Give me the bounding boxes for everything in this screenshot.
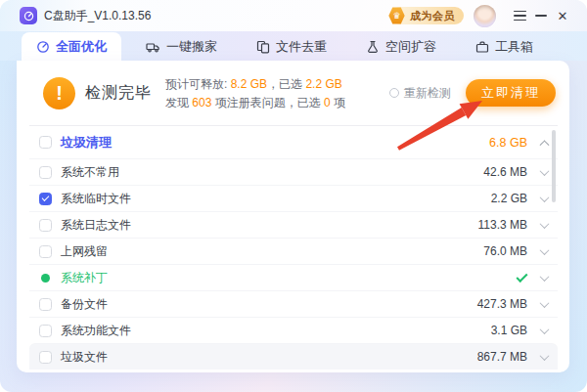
group-label: 垃圾清理 — [61, 134, 489, 152]
app-window: C盘助手_V1.0.13.56 ♛ 成为会员 ✕ 全面优化 一键搬家 — [0, 0, 587, 392]
expand-chevron-icon[interactable] — [540, 245, 550, 255]
list-item[interactable]: 系统临时文件 2.2 GB — [29, 185, 558, 211]
list-item[interactable]: 系统功能文件 3.1 GB — [29, 317, 558, 343]
content-panel: ! 检测完毕 预计可释放: 8.2 GB，已选 2.2 GB 发现 603 项注… — [17, 61, 569, 372]
row-checkbox[interactable] — [39, 166, 52, 179]
list-item[interactable]: 备份文件 427.3 MB — [29, 290, 558, 317]
recheck-button[interactable]: 重新检测 — [389, 85, 451, 102]
list-item[interactable]: 上网残留 76.0 MB — [29, 238, 558, 264]
minimize-button[interactable] — [530, 5, 552, 26]
user-avatar[interactable] — [474, 5, 496, 27]
group-row-junk-clean[interactable]: 垃圾清理 6.8 GB — [29, 126, 558, 158]
list-item[interactable]: 系统不常用 42.6 MB — [29, 158, 558, 185]
tab-one-click-move[interactable]: 一键搬家 — [131, 32, 232, 61]
tab-label: 全面优化 — [56, 38, 107, 56]
crown-badge-icon: ♛ — [388, 7, 405, 24]
selected-size: 2.2 GB — [305, 77, 341, 91]
tab-label: 空间扩容 — [385, 38, 436, 56]
row-checkbox[interactable] — [39, 325, 52, 337]
app-title: C盘助手_V1.0.13.56 — [44, 8, 151, 24]
app-logo-icon — [20, 7, 37, 24]
cleanup-list: 垃圾清理 6.8 GB 系统不常用 42.6 MB 系统临时文件 2.2 GB … — [17, 126, 569, 370]
gauge-icon — [36, 40, 50, 54]
truck-icon — [146, 40, 160, 54]
group-checkbox[interactable] — [39, 136, 52, 149]
expand-chevron-icon[interactable] — [540, 219, 550, 229]
collapse-chevron-icon[interactable] — [540, 140, 550, 150]
tab-label: 工具箱 — [495, 38, 533, 56]
row-checkbox[interactable] — [39, 219, 52, 232]
list-item[interactable]: 系统补丁 — [29, 264, 558, 290]
titlebar: C盘助手_V1.0.13.56 ♛ 成为会员 ✕ — [0, 0, 587, 31]
duplicate-files-icon — [256, 40, 270, 54]
tab-full-optimization[interactable]: 全面优化 — [22, 32, 121, 61]
scan-status-title: 检测完毕 — [85, 83, 152, 104]
minimize-icon — [535, 15, 547, 17]
clean-now-button[interactable]: 立即清理 — [466, 79, 556, 107]
done-dot-icon — [41, 274, 50, 283]
expand-chevron-icon[interactable] — [540, 298, 550, 308]
registry-selected-count: 0 — [324, 96, 331, 109]
done-check-icon — [516, 270, 527, 282]
tab-label: 一键搬家 — [166, 38, 217, 56]
expand-chevron-icon[interactable] — [540, 351, 550, 361]
list-item[interactable]: 垃圾文件 867.7 MB — [29, 343, 558, 370]
warning-exclamation-icon: ! — [43, 77, 75, 109]
row-checkbox[interactable] — [39, 245, 52, 258]
scan-summary: ! 检测完毕 预计可释放: 8.2 GB，已选 2.2 GB 发现 603 项注… — [17, 61, 569, 125]
tab-file-dedup[interactable]: 文件去重 — [242, 32, 341, 61]
group-size: 6.8 GB — [489, 136, 527, 150]
expand-chevron-icon[interactable] — [540, 325, 550, 334]
tab-label: 文件去重 — [276, 38, 327, 56]
expand-chevron-icon[interactable] — [540, 166, 550, 176]
list-item[interactable]: 系统日志文件 113.3 MB — [29, 211, 558, 238]
recheck-icon — [389, 88, 399, 98]
flask-icon — [366, 40, 380, 54]
tabbar: 全面优化 一键搬家 文件去重 空间扩容 工具箱 — [0, 31, 587, 61]
close-button[interactable]: ✕ — [552, 5, 573, 26]
row-checkbox[interactable] — [39, 193, 52, 205]
row-checkbox[interactable] — [39, 351, 52, 364]
registry-issue-count: 603 — [192, 96, 211, 109]
main-menu-button[interactable] — [509, 5, 530, 26]
member-badge-label: 成为会员 — [410, 9, 455, 23]
registry-line: 发现 603 项注册表问题，已选 0 项 — [165, 95, 345, 110]
tab-toolbox[interactable]: 工具箱 — [461, 32, 548, 61]
hamburger-menu-icon — [514, 11, 526, 22]
expand-chevron-icon[interactable] — [540, 272, 550, 282]
row-checkbox[interactable] — [39, 298, 52, 311]
releasable-line: 预计可释放: 8.2 GB，已选 2.2 GB — [165, 76, 345, 92]
close-icon: ✕ — [558, 10, 568, 22]
tab-space-expand[interactable]: 空间扩容 — [351, 32, 451, 61]
toolbox-icon — [475, 40, 489, 54]
become-member-button[interactable]: ♛ 成为会员 — [391, 7, 464, 24]
scrollbar-thumb[interactable] — [552, 130, 556, 202]
expand-chevron-icon[interactable] — [540, 193, 550, 202]
scan-status-details: 预计可释放: 8.2 GB，已选 2.2 GB 发现 603 项注册表问题，已选… — [165, 76, 345, 110]
releasable-size: 8.2 GB — [231, 77, 267, 91]
